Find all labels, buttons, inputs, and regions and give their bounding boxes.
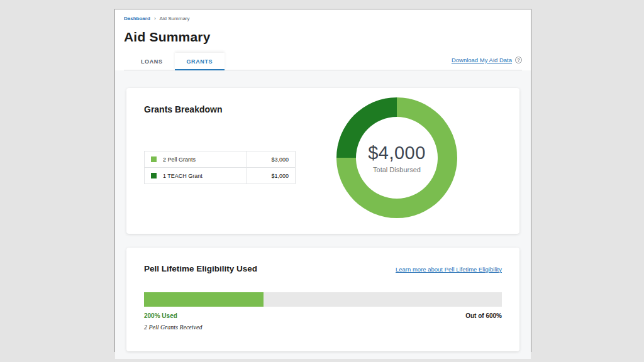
legend-value: $3,000 <box>247 151 296 168</box>
breadcrumb-dashboard-link[interactable]: Dashboard <box>124 16 150 21</box>
teach-color-swatch <box>151 173 157 178</box>
tab-loans[interactable]: LOANS <box>129 53 175 70</box>
page-title: Aid Summary <box>124 30 522 45</box>
tab-grants[interactable]: GRANTS <box>175 53 225 71</box>
donut-center: $4,000 Total Disbursed <box>356 117 438 199</box>
download-aid-data-link[interactable]: Download My Aid Data <box>452 57 512 63</box>
tab-bar: LOANS GRANTS Download My Aid Data ? <box>124 53 522 70</box>
pell-learn-more-link[interactable]: Learn more about Pell Lifetime Eligibili… <box>396 266 502 273</box>
aid-summary-window: Dashboard › Aid Summary Aid Summary LOAN… <box>114 9 531 352</box>
download-area: Download My Aid Data ? <box>452 57 522 70</box>
grants-breakdown-card: Grants Breakdown 2 Pell Grants $3,000 1 … <box>126 88 519 234</box>
table-row: 1 TEACH Grant $1,000 <box>145 168 296 184</box>
desktop-background: { "breadcrumb": { "home": "Dashboard", "… <box>0 0 644 362</box>
page-header: Dashboard › Aid Summary Aid Summary LOAN… <box>115 9 531 70</box>
pell-grants-received-note: 2 Pell Grants Received <box>144 324 502 331</box>
donut-total-amount: $4,000 <box>368 143 426 163</box>
legend-value: $1,000 <box>247 168 296 184</box>
grants-legend-table: 2 Pell Grants $3,000 1 TEACH Grant $1,00… <box>144 151 296 184</box>
out-of-label: Out of 600% <box>465 312 502 319</box>
help-icon[interactable]: ? <box>515 57 522 63</box>
breadcrumb-current: Aid Summary <box>159 16 189 21</box>
breadcrumb: Dashboard › Aid Summary <box>124 16 522 21</box>
percent-used-label: 200% Used <box>144 312 177 319</box>
grants-card-title: Grants Breakdown <box>144 104 502 114</box>
donut-caption: Total Disbursed <box>373 166 421 173</box>
table-row: 2 Pell Grants $3,000 <box>145 151 296 168</box>
pell-eligibility-card: Pell Lifetime Eligibility Used Learn mor… <box>126 248 519 351</box>
pell-progress-fill <box>144 292 264 307</box>
pell-progress-bar <box>144 292 502 307</box>
grants-donut-chart: $4,000 Total Disbursed <box>336 97 457 218</box>
legend-label: 1 TEACH Grant <box>163 173 203 179</box>
breadcrumb-separator-icon: › <box>154 16 156 21</box>
pell-card-title: Pell Lifetime Eligibility Used <box>144 264 257 273</box>
content-area: Grants Breakdown 2 Pell Grants $3,000 1 … <box>115 70 531 359</box>
legend-label: 2 Pell Grants <box>163 156 196 163</box>
tabs: LOANS GRANTS <box>129 53 225 70</box>
pell-color-swatch <box>151 156 157 162</box>
pell-card-header: Pell Lifetime Eligibility Used Learn mor… <box>144 264 502 273</box>
progress-labels: 200% Used Out of 600% <box>144 312 502 319</box>
